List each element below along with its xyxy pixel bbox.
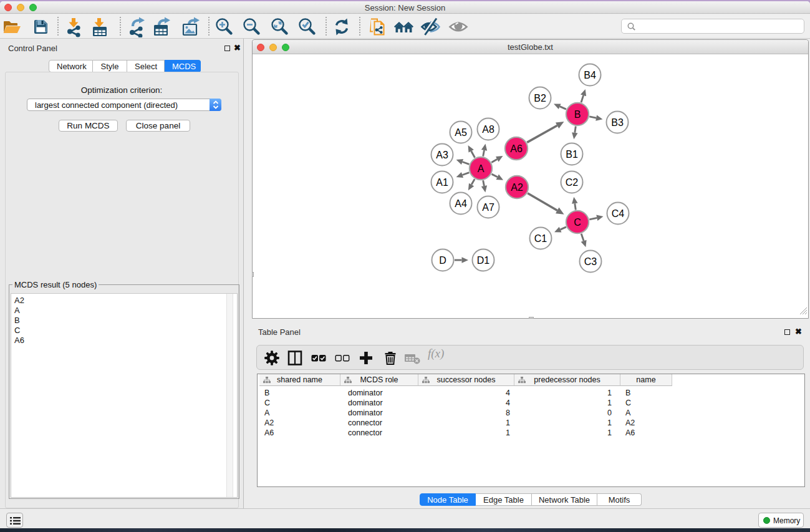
svg-text:B: B — [574, 109, 581, 120]
svg-text:A2: A2 — [511, 182, 523, 193]
svg-text:D1: D1 — [477, 255, 490, 266]
svg-text:C: C — [574, 217, 581, 228]
svg-text:A6: A6 — [510, 143, 523, 154]
svg-text:C1: C1 — [534, 233, 547, 244]
svg-text:A7: A7 — [482, 202, 494, 213]
svg-text:C2: C2 — [566, 177, 579, 188]
svg-text:A4: A4 — [455, 198, 467, 209]
svg-text:B4: B4 — [584, 70, 596, 80]
svg-text:C3: C3 — [584, 256, 597, 267]
svg-text:A3: A3 — [436, 150, 448, 160]
svg-text:B3: B3 — [611, 117, 624, 128]
svg-text:A: A — [478, 163, 485, 174]
svg-text:C4: C4 — [612, 208, 625, 219]
svg-text:A1: A1 — [436, 177, 448, 188]
svg-text:A8: A8 — [482, 124, 494, 135]
svg-text:B2: B2 — [534, 93, 546, 104]
svg-text:B1: B1 — [566, 149, 578, 160]
svg-text:A5: A5 — [455, 127, 467, 138]
svg-text:D: D — [439, 255, 446, 266]
